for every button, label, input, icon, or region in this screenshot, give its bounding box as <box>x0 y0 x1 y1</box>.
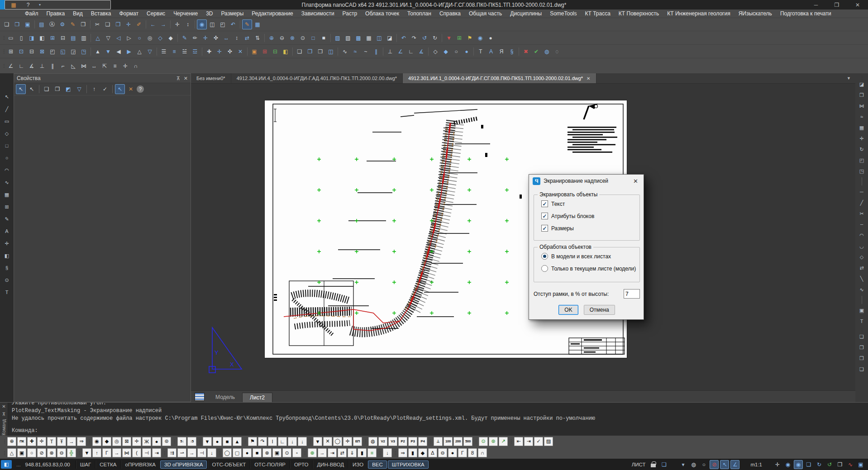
toolbar-handle[interactable]: ⋮ <box>377 451 382 456</box>
toolbar-button[interactable]: ✛ <box>200 33 210 43</box>
toolbar-button[interactable]: ∥ <box>371 47 381 57</box>
toolbar-button[interactable]: ⊕ <box>308 448 317 457</box>
menu-item-Формат[interactable]: Формат <box>115 9 143 18</box>
toolbar-handle[interactable]: ⋮ <box>2 439 6 444</box>
radio-icon[interactable] <box>541 265 548 272</box>
layout-tab-Лист2[interactable]: Лист2 <box>242 393 272 402</box>
menu-item-Общая часть[interactable]: Общая часть <box>465 9 506 18</box>
toolbar-button[interactable]: ⇉ <box>167 448 176 457</box>
toolbar-button[interactable]: Ŧ <box>57 437 66 446</box>
toolbar-button[interactable]: ⊞ <box>454 33 464 43</box>
toolbar-button[interactable]: I <box>268 437 277 446</box>
toolbar-button[interactable]: A <box>2 227 11 236</box>
toolbar-button[interactable]: ⇤ <box>514 437 523 446</box>
toolbar-button[interactable]: ❏ <box>857 365 866 374</box>
toolbar-button[interactable]: ■ <box>319 33 329 43</box>
toolbar-button[interactable]: ⊠ <box>37 47 47 57</box>
toolbar-button[interactable]: P4 <box>418 437 427 446</box>
toolbar-button[interactable]: ≈ <box>857 112 866 121</box>
toolbar-button[interactable]: ▮ <box>408 448 417 457</box>
menu-item-КТ Инженерная геология[interactable]: КТ Инженерная геология <box>663 9 734 18</box>
checkbox-icon[interactable]: ✓ <box>541 200 548 207</box>
toolbar-button[interactable]: ◰ <box>48 47 57 57</box>
toolbar-handle[interactable]: ⋮ <box>77 451 81 456</box>
toolbar-button[interactable]: → <box>187 448 196 457</box>
toolbar-button[interactable]: ↗ <box>499 437 508 446</box>
toolbar-button[interactable]: ☰ <box>159 47 169 57</box>
menu-item-Вид[interactable]: Вид <box>69 9 87 18</box>
toolbar-button[interactable]: ⊗ <box>47 448 56 457</box>
toolbar-button[interactable]: ▩ <box>353 33 363 43</box>
toolbar-button[interactable]: ∩ <box>478 448 487 457</box>
toolbar-button[interactable]: ∠ <box>730 460 739 469</box>
toolbar-button[interactable]: ◉ <box>197 19 207 29</box>
close-icon[interactable]: ✕ <box>2 404 5 409</box>
toolbar-button[interactable]: ⇥ <box>152 448 161 457</box>
toolbar-button[interactable]: ◨ <box>27 33 37 43</box>
toolbar-button[interactable]: ↖ <box>27 84 37 94</box>
toolbar-button[interactable]: ∩ <box>131 61 141 71</box>
toolbar-button[interactable]: ≡ <box>367 448 377 457</box>
menu-item-Справка[interactable]: Справка <box>435 9 465 18</box>
doc-tab[interactable]: 4912.301.ИИ.1_0.0004-0-ИГДИ-Г.СГ.008.ПК0… <box>403 73 596 83</box>
toolbar-button[interactable]: ✂ <box>92 19 102 29</box>
menu-item-Правка[interactable]: Правка <box>43 9 69 18</box>
toolbar-button[interactable]: ◧ <box>2 251 11 260</box>
close-icon[interactable]: ✕ <box>587 76 590 81</box>
toolbar-button[interactable]: ○ <box>2 153 11 162</box>
toolbar-button[interactable]: ↑ <box>92 448 101 457</box>
toolbar-button[interactable]: ↓ <box>383 448 392 457</box>
toolbar-button[interactable]: ○ <box>699 460 708 469</box>
toolbar-button[interactable]: ◱ <box>58 47 68 57</box>
toolbar-button[interactable]: Ⓐ <box>47 19 57 29</box>
toolbar-button[interactable]: 500 <box>463 437 472 446</box>
toolbar-button[interactable]: ◯ <box>223 448 232 457</box>
doc-tab[interactable]: Без имени0* <box>191 73 231 83</box>
toolbar-button[interactable]: ⇥ <box>328 448 337 457</box>
toolbar-button[interactable]: ⇒ <box>77 437 86 446</box>
toolbar-button[interactable]: Δ <box>428 448 437 457</box>
toolbar-button[interactable]: ✏ <box>190 33 200 43</box>
toolbar-button[interactable]: ⇀ <box>177 448 186 457</box>
toolbar-button[interactable]: ▭ <box>2 117 11 126</box>
toolbar-handle[interactable]: ⋮ <box>428 439 433 444</box>
doc-tab[interactable]: 4912.304.ИИ.4_0.0004-0-ИГДИ-Г.АД.401.ПК0… <box>231 73 403 83</box>
toolbar-button[interactable]: ∿ <box>846 460 855 469</box>
toolbar-button[interactable]: ◇ <box>857 252 866 261</box>
toolbar-button[interactable]: ❐ <box>305 47 315 57</box>
status-toggle-ОТС-ОБЪЕКТ[interactable]: ОТС-ОБЪЕКТ <box>207 461 250 469</box>
toolbar-button[interactable]: ⊥ <box>37 61 47 71</box>
toolbar-button[interactable]: ▤ <box>68 33 78 43</box>
toolbar-button[interactable]: □ <box>308 33 318 43</box>
frame-offset-input[interactable] <box>624 289 640 299</box>
toolbar-button[interactable]: ⇄ <box>242 33 252 43</box>
toolbar-button[interactable]: ≡ <box>169 47 179 57</box>
toolbar-button[interactable]: ⊙ <box>479 437 488 446</box>
toolbar-button[interactable]: ╲ <box>857 274 866 283</box>
toolbar-button[interactable]: ⋈ <box>857 101 866 110</box>
toolbar-button[interactable]: → <box>158 19 168 29</box>
toolbar-button[interactable]: ◯ <box>333 437 342 446</box>
toolbar-button[interactable]: ◺ <box>68 61 78 71</box>
radio-row[interactable]: Только в текущем листе (модели) <box>541 265 639 272</box>
toolbar-button[interactable]: ↺ <box>420 33 429 43</box>
status-toggle-ВЕС[interactable]: ВЕС <box>368 461 387 469</box>
toolbar-button[interactable]: ↻ <box>430 33 440 43</box>
status-overflow-handle[interactable]: ... <box>14 462 24 467</box>
toolbar-button[interactable]: P3 <box>408 437 417 446</box>
toolbar-button[interactable]: ▽ <box>145 47 155 57</box>
toolbar-button[interactable]: ⇱ <box>100 61 110 71</box>
menu-item-SomeTools[interactable]: SomeTools <box>546 9 581 18</box>
toolbar-button[interactable]: ◇ <box>430 47 440 57</box>
toolbar-button[interactable]: ❏ <box>857 332 866 341</box>
toolbar-button[interactable]: ◁ <box>114 33 124 43</box>
status-toggle-ШТРИХОВКА[interactable]: ШТРИХОВКА <box>388 461 429 469</box>
toolbar-handle[interactable]: ⋮ <box>197 439 202 444</box>
toolbar-button[interactable]: ▣ <box>856 460 865 469</box>
toolbar-button[interactable]: ✜ <box>211 33 221 43</box>
toolbar-button[interactable]: ⊖ <box>57 448 66 457</box>
toolbar-button[interactable]: ◍ <box>542 47 552 57</box>
toolbar-button[interactable]: ⊙ <box>298 33 308 43</box>
toolbar-button[interactable]: ● <box>243 448 252 457</box>
toolbar-button[interactable]: ✜ <box>225 47 235 57</box>
